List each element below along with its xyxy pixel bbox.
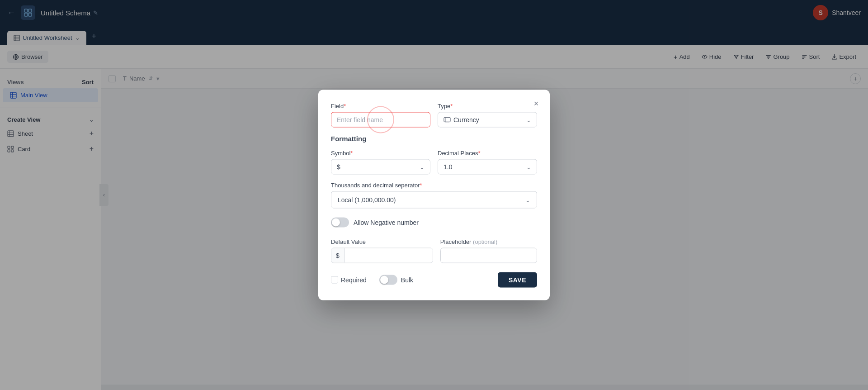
bulk-toggle-row: Bulk <box>379 275 413 285</box>
type-chevron-icon: ⌄ <box>526 116 531 123</box>
symbol-col: Symbol* $ ⌄ <box>331 150 430 175</box>
field-name-input[interactable] <box>331 112 430 128</box>
allow-negative-toggle[interactable] <box>331 218 349 228</box>
allow-negative-row: Allow Negative number <box>331 218 537 228</box>
default-prefix: $ <box>331 248 344 263</box>
default-value-input-wrapper: $ <box>331 248 433 263</box>
default-col: Default Value $ <box>331 238 433 263</box>
decimal-select-wrapper: 1.0 ⌄ <box>438 159 537 175</box>
required-checkbox-row: Required <box>331 276 367 284</box>
default-placeholder-row: Default Value $ Placeholder (optional) <box>331 238 537 263</box>
decimal-label: Decimal Places* <box>438 150 537 157</box>
bulk-toggle-knob <box>380 276 388 284</box>
field-input-wrapper <box>331 112 430 128</box>
symbol-decimal-row: Symbol* $ ⌄ Decimal Places* 1.0 ⌄ <box>331 150 537 175</box>
decimal-col: Decimal Places* 1.0 ⌄ <box>438 150 537 175</box>
type-label: Type* <box>438 103 537 109</box>
modal-footer: Required Bulk SAVE <box>331 272 537 288</box>
symbol-select[interactable]: $ ⌄ <box>331 159 430 175</box>
default-value-label: Default Value <box>331 238 433 245</box>
decimal-chevron-icon: ⌄ <box>526 163 531 170</box>
symbol-chevron-icon: ⌄ <box>420 163 425 170</box>
required-label: Required <box>341 276 367 284</box>
thousands-select[interactable]: Local (1,000,000.00) ⌄ <box>331 191 537 209</box>
decimal-select[interactable]: 1.0 ⌄ <box>438 159 537 175</box>
formatting-title: Formatting <box>331 135 537 143</box>
symbol-select-wrapper: $ ⌄ <box>331 159 430 175</box>
thousands-select-wrapper: Local (1,000,000.00) ⌄ <box>331 191 537 209</box>
symbol-label: Symbol* <box>331 150 430 157</box>
bulk-toggle[interactable] <box>379 275 397 285</box>
bulk-label: Bulk <box>401 276 413 284</box>
type-col: Type* Currency ⌄ <box>438 103 537 128</box>
toggle-knob <box>332 219 340 227</box>
thousands-row: Thousands and decimal seperator* Local (… <box>331 182 537 209</box>
thousands-label: Thousands and decimal seperator* <box>331 182 537 189</box>
type-select[interactable]: Currency ⌄ <box>438 112 537 128</box>
svg-rect-26 <box>444 118 450 122</box>
thousands-chevron-icon: ⌄ <box>525 196 530 203</box>
placeholder-col: Placeholder (optional) <box>440 238 537 263</box>
default-value-input[interactable] <box>344 248 433 263</box>
required-checkbox[interactable] <box>331 276 338 284</box>
type-select-wrapper: Currency ⌄ <box>438 112 537 128</box>
save-button[interactable]: SAVE <box>498 272 537 288</box>
placeholder-label: Placeholder (optional) <box>440 238 537 245</box>
field-label: Field* <box>331 103 430 109</box>
close-modal-button[interactable]: × <box>530 97 542 110</box>
placeholder-input[interactable] <box>440 248 537 263</box>
field-type-row: Field* Type* Currency <box>331 103 537 128</box>
field-modal: × Field* Type* <box>318 90 550 300</box>
field-col: Field* <box>331 103 430 128</box>
allow-negative-label: Allow Negative number <box>354 219 419 226</box>
